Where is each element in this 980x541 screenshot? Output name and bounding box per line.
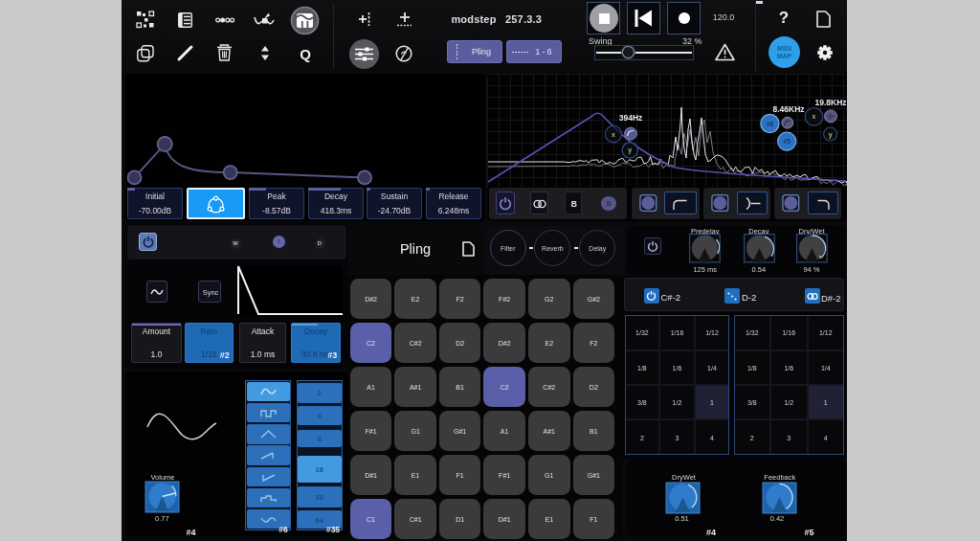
svg-text:#5: #5 xyxy=(784,138,791,145)
svg-text:19.8KHz: 19.8KHz xyxy=(814,98,846,107)
svg-text:y: y xyxy=(829,131,833,139)
svg-text:#6: #6 xyxy=(767,121,774,127)
svg-text:394Hz: 394Hz xyxy=(619,113,643,123)
svg-text:y: y xyxy=(628,147,632,154)
svg-text:8.46KHz: 8.46KHz xyxy=(772,104,804,114)
svg-text:x: x xyxy=(612,131,615,138)
svg-text:x: x xyxy=(813,113,816,120)
